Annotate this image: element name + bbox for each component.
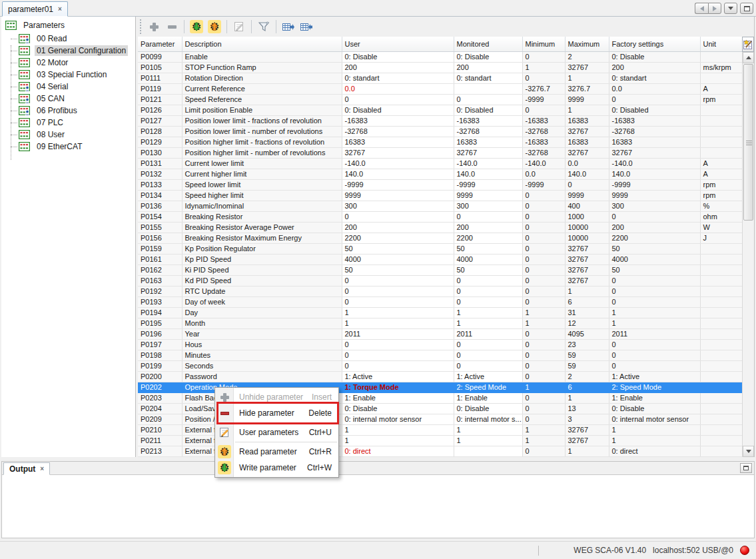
- cell-description[interactable]: Position higher limit - fractions of rev…: [182, 137, 342, 147]
- cell-factory[interactable]: 200: [609, 62, 700, 73]
- cell-unit[interactable]: rpm: [700, 190, 743, 201]
- cell-parameter[interactable]: P0155: [138, 222, 182, 233]
- cell-description[interactable]: Current Reference: [182, 83, 342, 94]
- cell-user[interactable]: 200: [342, 222, 454, 233]
- edit-parameter-button[interactable]: [231, 19, 247, 35]
- table-row[interactable]: P0099Enable0: Disable0: Disable020: Disa…: [138, 51, 743, 62]
- cell-minimum[interactable]: 0: [522, 414, 565, 424]
- cell-user[interactable]: 1: Active: [342, 371, 454, 382]
- cell-unit[interactable]: [700, 371, 743, 382]
- cell-factory[interactable]: 0: Disable: [609, 403, 700, 414]
- cell-factory[interactable]: 2: Speed Mode: [609, 382, 700, 392]
- cell-user[interactable]: 0: [342, 94, 454, 105]
- cell-user[interactable]: 0: standart: [342, 73, 454, 83]
- cell-description[interactable]: Position lower limit - fractions of revo…: [182, 115, 342, 126]
- table-row[interactable]: P0128Position lower limit - number of re…: [138, 126, 743, 137]
- cell-minimum[interactable]: 0: [522, 211, 565, 222]
- cell-parameter[interactable]: P0197: [138, 339, 182, 350]
- cell-maximum[interactable]: 32767: [565, 275, 609, 286]
- sidebar-item-08-user[interactable]: 08 User: [1, 129, 135, 141]
- cell-unit[interactable]: [700, 339, 743, 350]
- cell-user[interactable]: 0: internal motor sensor: [342, 414, 454, 424]
- cell-unit[interactable]: [700, 286, 743, 296]
- cell-unit[interactable]: rpm: [700, 179, 743, 190]
- cell-maximum[interactable]: 3276.7: [565, 83, 609, 94]
- cell-factory[interactable]: 1: [609, 424, 700, 435]
- cell-description[interactable]: RTC Update: [182, 286, 342, 296]
- sidebar-item-09-ethercat[interactable]: 09 EtherCAT: [1, 141, 135, 153]
- cell-factory[interactable]: 0.0: [609, 83, 700, 94]
- cell-maximum[interactable]: 32767: [565, 435, 609, 446]
- cell-user[interactable]: 1: Torque Mode: [342, 382, 454, 392]
- cell-factory[interactable]: 9999: [609, 190, 700, 201]
- cell-user[interactable]: 50: [342, 243, 454, 254]
- cell-maximum[interactable]: 6: [565, 296, 609, 307]
- column-header-maximum[interactable]: Maximum: [565, 37, 609, 51]
- cell-minimum[interactable]: -9999: [522, 94, 565, 105]
- cell-factory[interactable]: 2200: [609, 233, 700, 243]
- table-row[interactable]: P0105STOP Function Ramp200200132767200ms…: [138, 62, 743, 73]
- cell-user[interactable]: -9999: [342, 179, 454, 190]
- cell-monitored[interactable]: 2200: [454, 233, 522, 243]
- table-row[interactable]: P0192RTC Update00010: [138, 286, 743, 296]
- vertical-scrollbar[interactable]: [742, 52, 754, 457]
- output-restore-button[interactable]: [740, 463, 752, 473]
- cell-description[interactable]: Minutes: [182, 350, 342, 360]
- cell-maximum[interactable]: 32767: [565, 243, 609, 254]
- cell-factory[interactable]: 0: [609, 360, 700, 371]
- cell-user[interactable]: 9999: [342, 190, 454, 201]
- cell-maximum[interactable]: 1: [565, 73, 609, 83]
- cell-monitored[interactable]: 0: Disable: [454, 51, 522, 62]
- cell-minimum[interactable]: 1: [522, 382, 565, 392]
- cell-factory[interactable]: 0: [609, 286, 700, 296]
- cell-parameter[interactable]: P0163: [138, 275, 182, 286]
- sidebar-item-06-profibus[interactable]: 06 Profibus: [1, 105, 135, 117]
- cell-factory[interactable]: 16383: [609, 137, 700, 147]
- cell-minimum[interactable]: 0: [522, 73, 565, 83]
- cell-minimum[interactable]: 0: [522, 328, 565, 339]
- cell-monitored[interactable]: 0: [454, 360, 522, 371]
- cell-minimum[interactable]: 0: [522, 243, 565, 254]
- cell-maximum[interactable]: 0: [565, 179, 609, 190]
- cell-minimum[interactable]: 0: [522, 275, 565, 286]
- cell-parameter[interactable]: P0134: [138, 190, 182, 201]
- cell-minimum[interactable]: 0: [522, 296, 565, 307]
- cell-maximum[interactable]: 59: [565, 360, 609, 371]
- cell-user[interactable]: 1: [342, 318, 454, 328]
- cell-unit[interactable]: [700, 296, 743, 307]
- cell-description[interactable]: Breaking Resistor Average Power: [182, 222, 342, 233]
- column-header-monitored[interactable]: Monitored: [454, 37, 522, 51]
- cell-user[interactable]: 140.0: [342, 169, 454, 179]
- cell-parameter[interactable]: P0127: [138, 115, 182, 126]
- column-header-user[interactable]: User: [342, 37, 454, 51]
- cell-user[interactable]: 0: [342, 211, 454, 222]
- import-table-button[interactable]: [298, 19, 314, 35]
- cell-minimum[interactable]: 0.0: [522, 169, 565, 179]
- table-row[interactable]: P0200Password1: Active1: Active021: Acti…: [138, 371, 743, 382]
- cell-description[interactable]: Position higher limit - number of revolu…: [182, 147, 342, 158]
- cell-parameter[interactable]: P0099: [138, 51, 182, 62]
- cell-description[interactable]: Speed Reference: [182, 94, 342, 105]
- sidebar-item-01-general-configuration[interactable]: 01 General Configuration: [1, 45, 135, 57]
- scroll-up-button[interactable]: [743, 52, 754, 63]
- cell-parameter[interactable]: P0202: [138, 382, 182, 392]
- cell-description[interactable]: Password: [182, 371, 342, 382]
- cell-minimum[interactable]: 1: [522, 318, 565, 328]
- cell-factory[interactable]: -16383: [609, 115, 700, 126]
- cell-monitored[interactable]: 0: [454, 339, 522, 350]
- cell-description[interactable]: Current higher limit: [182, 169, 342, 179]
- cell-monitored[interactable]: [454, 83, 522, 94]
- cell-minimum[interactable]: 0: [522, 233, 565, 243]
- cell-monitored[interactable]: 1: Enable: [454, 392, 522, 403]
- cell-unit[interactable]: [700, 51, 743, 62]
- sidebar-item-07-plc[interactable]: 07 PLC: [1, 117, 135, 129]
- cell-factory[interactable]: 300: [609, 201, 700, 211]
- cell-maximum[interactable]: 10000: [565, 233, 609, 243]
- nav-forward-button[interactable]: [708, 3, 721, 14]
- cell-monitored[interactable]: 0: standart: [454, 73, 522, 83]
- write-parameter-button[interactable]: ⚙: [189, 19, 204, 35]
- table-row[interactable]: P0199Seconds000590: [138, 360, 743, 371]
- cell-parameter[interactable]: P0130: [138, 147, 182, 158]
- cell-unit[interactable]: [700, 328, 743, 339]
- cell-maximum[interactable]: 32767: [565, 424, 609, 435]
